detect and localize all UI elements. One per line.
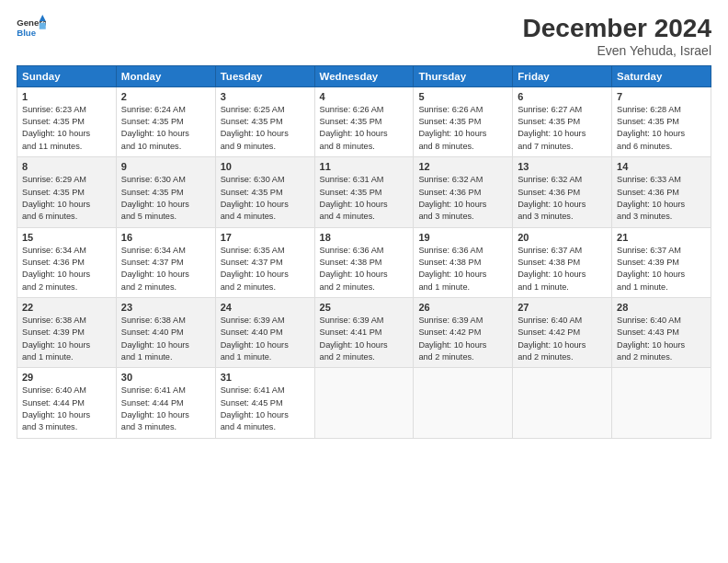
table-cell: 20Sunrise: 6:37 AMSunset: 4:38 PMDayligh… [513,227,612,297]
day-number: 2 [121,91,210,102]
table-cell [513,368,612,438]
table-cell: 30Sunrise: 6:41 AMSunset: 4:44 PMDayligh… [116,368,215,438]
col-thursday: Thursday [414,65,513,86]
day-number: 4 [320,91,409,102]
day-info: Sunrise: 6:28 AMSunset: 4:35 PMDaylight:… [617,104,706,153]
table-cell: 3Sunrise: 6:25 AMSunset: 4:35 PMDaylight… [215,86,314,156]
day-number: 10 [221,161,310,172]
day-info: Sunrise: 6:31 AMSunset: 4:35 PMDaylight:… [320,174,409,223]
day-info: Sunrise: 6:30 AMSunset: 4:35 PMDaylight:… [121,174,210,223]
day-info: Sunrise: 6:37 AMSunset: 4:38 PMDaylight:… [518,245,607,293]
table-cell: 18Sunrise: 6:36 AMSunset: 4:38 PMDayligh… [314,227,414,297]
day-number: 19 [418,232,507,243]
day-info: Sunrise: 6:34 AMSunset: 4:37 PMDaylight:… [121,245,210,293]
logo-icon: General Blue [17,15,46,40]
day-number: 26 [418,302,507,313]
day-number: 11 [320,161,409,172]
day-number: 7 [617,91,706,102]
day-info: Sunrise: 6:40 AMSunset: 4:43 PMDaylight:… [617,315,706,363]
day-number: 22 [22,302,111,313]
day-info: Sunrise: 6:23 AMSunset: 4:35 PMDaylight:… [22,104,111,153]
day-number: 5 [418,91,507,102]
day-info: Sunrise: 6:26 AMSunset: 4:35 PMDaylight:… [320,104,409,153]
table-row: 15Sunrise: 6:34 AMSunset: 4:36 PMDayligh… [17,227,711,297]
day-info: Sunrise: 6:40 AMSunset: 4:42 PMDaylight:… [518,315,607,363]
table-cell: 2Sunrise: 6:24 AMSunset: 4:35 PMDaylight… [116,86,215,156]
day-number: 21 [617,232,706,243]
day-info: Sunrise: 6:38 AMSunset: 4:39 PMDaylight:… [22,315,111,363]
table-cell: 29Sunrise: 6:40 AMSunset: 4:44 PMDayligh… [17,368,117,438]
day-number: 30 [121,372,210,383]
day-info: Sunrise: 6:29 AMSunset: 4:35 PMDaylight:… [22,174,111,223]
table-cell: 26Sunrise: 6:39 AMSunset: 4:42 PMDayligh… [414,297,513,367]
table-cell: 8Sunrise: 6:29 AMSunset: 4:35 PMDaylight… [17,157,117,227]
day-number: 12 [418,161,507,172]
day-info: Sunrise: 6:24 AMSunset: 4:35 PMDaylight:… [121,104,210,153]
day-number: 1 [22,91,111,102]
month-title: December 2024 [523,15,711,43]
day-number: 14 [617,161,706,172]
day-info: Sunrise: 6:27 AMSunset: 4:35 PMDaylight:… [518,104,607,153]
table-cell: 24Sunrise: 6:39 AMSunset: 4:40 PMDayligh… [215,297,314,367]
table-cell: 19Sunrise: 6:36 AMSunset: 4:38 PMDayligh… [414,227,513,297]
table-cell: 31Sunrise: 6:41 AMSunset: 4:45 PMDayligh… [215,368,314,438]
day-info: Sunrise: 6:38 AMSunset: 4:40 PMDaylight:… [121,315,210,363]
day-number: 31 [221,372,310,383]
table-cell: 25Sunrise: 6:39 AMSunset: 4:41 PMDayligh… [314,297,414,367]
day-info: Sunrise: 6:39 AMSunset: 4:41 PMDaylight:… [320,315,409,363]
table-cell: 1Sunrise: 6:23 AMSunset: 4:35 PMDaylight… [17,86,117,156]
day-info: Sunrise: 6:26 AMSunset: 4:35 PMDaylight:… [418,104,507,153]
day-info: Sunrise: 6:36 AMSunset: 4:38 PMDaylight:… [320,245,409,293]
day-number: 24 [221,302,310,313]
title-block: December 2024 Even Yehuda, Israel [523,15,711,58]
day-info: Sunrise: 6:35 AMSunset: 4:37 PMDaylight:… [221,245,310,293]
table-cell: 9Sunrise: 6:30 AMSunset: 4:35 PMDaylight… [116,157,215,227]
day-info: Sunrise: 6:34 AMSunset: 4:36 PMDaylight:… [22,245,111,293]
day-number: 17 [221,232,310,243]
col-friday: Friday [513,65,612,86]
table-cell: 5Sunrise: 6:26 AMSunset: 4:35 PMDaylight… [414,86,513,156]
day-info: Sunrise: 6:33 AMSunset: 4:36 PMDaylight:… [617,174,706,223]
table-cell: 14Sunrise: 6:33 AMSunset: 4:36 PMDayligh… [612,157,711,227]
table-cell: 23Sunrise: 6:38 AMSunset: 4:40 PMDayligh… [116,297,215,367]
svg-marker-3 [40,23,46,29]
table-cell: 15Sunrise: 6:34 AMSunset: 4:36 PMDayligh… [17,227,117,297]
day-info: Sunrise: 6:30 AMSunset: 4:35 PMDaylight:… [221,174,310,223]
table-cell: 11Sunrise: 6:31 AMSunset: 4:35 PMDayligh… [314,157,414,227]
table-cell [314,368,414,438]
table-cell: 6Sunrise: 6:27 AMSunset: 4:35 PMDaylight… [513,86,612,156]
day-number: 13 [518,161,607,172]
day-info: Sunrise: 6:32 AMSunset: 4:36 PMDaylight:… [418,174,507,223]
logo: General Blue [17,15,46,40]
day-info: Sunrise: 6:36 AMSunset: 4:38 PMDaylight:… [418,245,507,293]
table-cell: 10Sunrise: 6:30 AMSunset: 4:35 PMDayligh… [215,157,314,227]
table-cell: 12Sunrise: 6:32 AMSunset: 4:36 PMDayligh… [414,157,513,227]
day-number: 3 [221,91,310,102]
table-cell: 22Sunrise: 6:38 AMSunset: 4:39 PMDayligh… [17,297,117,367]
day-info: Sunrise: 6:41 AMSunset: 4:45 PMDaylight:… [221,385,310,433]
table-row: 8Sunrise: 6:29 AMSunset: 4:35 PMDaylight… [17,157,711,227]
day-info: Sunrise: 6:40 AMSunset: 4:44 PMDaylight:… [22,385,111,433]
col-wednesday: Wednesday [314,65,414,86]
calendar-table: Sunday Monday Tuesday Wednesday Thursday… [17,65,711,439]
table-cell: 4Sunrise: 6:26 AMSunset: 4:35 PMDaylight… [314,86,414,156]
day-number: 9 [121,161,210,172]
table-row: 22Sunrise: 6:38 AMSunset: 4:39 PMDayligh… [17,297,711,367]
header-row: Sunday Monday Tuesday Wednesday Thursday… [17,65,711,86]
day-info: Sunrise: 6:37 AMSunset: 4:39 PMDaylight:… [617,245,706,293]
table-cell: 7Sunrise: 6:28 AMSunset: 4:35 PMDaylight… [612,86,711,156]
day-number: 15 [22,232,111,243]
col-monday: Monday [116,65,215,86]
col-tuesday: Tuesday [215,65,314,86]
day-number: 29 [22,372,111,383]
svg-text:Blue: Blue [17,28,36,38]
day-number: 20 [518,232,607,243]
day-number: 16 [121,232,210,243]
day-number: 23 [121,302,210,313]
day-number: 28 [617,302,706,313]
table-cell: 13Sunrise: 6:32 AMSunset: 4:36 PMDayligh… [513,157,612,227]
table-cell: 28Sunrise: 6:40 AMSunset: 4:43 PMDayligh… [612,297,711,367]
day-number: 27 [518,302,607,313]
day-number: 8 [22,161,111,172]
table-row: 29Sunrise: 6:40 AMSunset: 4:44 PMDayligh… [17,368,711,438]
